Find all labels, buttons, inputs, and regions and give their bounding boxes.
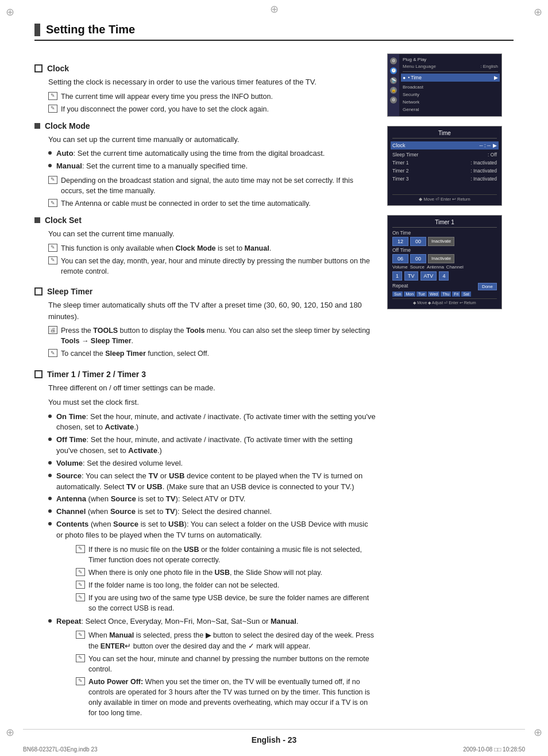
screen3-src-label: Source (410, 264, 424, 270)
screen3-params-labels: Volume Source Antenna Channel (392, 264, 497, 270)
bullet-auto-bold: Auto (56, 149, 74, 158)
clock-mode-heading-text: Clock Mode (45, 121, 90, 131)
volume-bold: Volume (56, 459, 83, 467)
bullet-off-time-text: Off Time: Set the hour, minute, and acti… (56, 435, 376, 456)
screen2-clock-value-wrap: -- : -- ▶ (480, 143, 497, 148)
plug-play-row: Plug & Play (403, 57, 498, 62)
usb-note-bold: USB (184, 546, 199, 554)
icon-security: 🔒 (390, 87, 397, 94)
bullet-contents-text: Contents (when Source is set to USB): Yo… (56, 519, 376, 541)
screen2-clock-arrow: ▶ (493, 143, 497, 148)
note-icon-11: ✎ (76, 581, 85, 589)
footer-text: English - 23 (252, 735, 297, 745)
source-bold: Source (56, 471, 82, 480)
page-title: Setting the Time (46, 23, 135, 36)
screen3-repeat-row: Repeat Done (392, 283, 497, 290)
bullet-auto: Auto: Set the current time automatically… (48, 148, 376, 159)
network-row: Network (403, 98, 498, 106)
antenna-bold: Antenna (56, 494, 86, 503)
repeat-note3: ✎ Auto Power Off: When you set the timer… (76, 677, 376, 719)
screen2-clock-value: -- : -- (480, 143, 491, 148)
bullet-source-text: Source: You can select the TV or USB dev… (56, 471, 376, 493)
manual-bold-repeat: Manual (271, 617, 296, 625)
screen2-timer1-label: Timer 1 (392, 160, 409, 166)
general-row: General (403, 106, 498, 113)
timers-heading: Timer 1 / Timer 2 / Timer 3 (34, 370, 376, 379)
bullet-contents: Contents (when Source is set to USB): Yo… (48, 519, 376, 541)
bullet-repeat-text: Repeat: Select Once, Everyday, Mon~Fri, … (56, 616, 376, 627)
clock-heading: Clock (34, 64, 376, 73)
sleep-timer-checkbox-icon (34, 287, 43, 296)
screen3-day-thu: Thu (441, 291, 451, 297)
bullet-dot-repeat (48, 619, 52, 623)
screen2-timer3-label: Timer 3 (392, 176, 409, 182)
screen1-menu: Plug & Play Menu Language : English ● • … (399, 54, 501, 116)
tv-bold-3: TV (166, 494, 176, 503)
corner-mark-tl: ⊕ (6, 6, 14, 18)
section-title-accent (34, 24, 40, 36)
screen3-day-sun: Sun (392, 291, 403, 297)
clock-set-note1-pre: This function is only available when (61, 244, 175, 252)
contents-note2: ✎ When there is only one photo file in t… (76, 567, 376, 578)
contents-note1-text: If there is no music file on the USB or … (88, 544, 376, 565)
source-bold-4: Source (113, 520, 138, 528)
note-icon-1: ✎ (48, 92, 57, 100)
corner-mark-bl: ⊕ (6, 726, 14, 739)
screen3-container: Timer 1 On Time 12 00 Inactivate Off Tim… (387, 215, 514, 309)
channel-bold: Channel (56, 507, 86, 516)
screen3-day-mon: Mon (404, 291, 415, 297)
clock-note2-text: If you disconnect the power cord, you ha… (61, 104, 376, 114)
screen3-done-btn[interactable]: Done (478, 283, 497, 290)
screen3-on-time-label: On Time (392, 230, 497, 236)
repeat-note1-text: When Manual is selected, press the ▶ but… (88, 630, 376, 651)
tv-bold-2: TV (126, 482, 136, 491)
repeat-note2-text: You can set the hour, minute and channel… (88, 654, 376, 674)
screen3-day-wed: Wed (428, 291, 439, 297)
tools-menu-bold: Tools (186, 327, 204, 335)
menu-lang-row: Menu Language : English (403, 64, 498, 69)
screen2-sleep-value: : Off (488, 152, 497, 158)
sleep-timer-heading: Sleep Timer (34, 287, 376, 296)
screen2-sleep-label: Sleep Timer (392, 152, 418, 158)
screen2-sleep-row: Sleep Timer : Off (392, 151, 497, 159)
bullet-on-time-text: On Time: Set the hour, minute, and activ… (56, 412, 376, 433)
doc-bottom: BN68-02327L-03Eng.indb 23 2009-10-08 □□ … (23, 746, 525, 753)
general-label: General (403, 107, 419, 112)
section-title-bar: Setting the Time (34, 23, 514, 41)
bullet-dot-channel (48, 509, 52, 513)
bullet-volume: Volume: Set the desired volume level. (48, 458, 376, 469)
broadcast-label: Broadcast (403, 85, 423, 90)
bullet-dot-auto (48, 151, 52, 155)
screen3-ant-label: Antenna (427, 264, 444, 270)
icon-plug: ⚙ (390, 57, 397, 64)
menu-lang-label: Menu Language (403, 64, 436, 69)
bullet-dot-contents (48, 522, 52, 525)
tools-link-bold: Tools (61, 337, 79, 345)
screen3-day-tue: Tue (416, 291, 427, 297)
bullet-auto-text: Auto: Set the current time automatically… (56, 148, 376, 159)
screen1-container: ⚙ 🕐 📡 🔒 ⚙ Plug & Play Menu Language (387, 53, 514, 117)
bullet-source: Source: You can select the TV or USB dev… (48, 471, 376, 493)
repeat-note1: ✎ When Manual is selected, press the ▶ b… (76, 630, 376, 651)
icon-general: ⚙ (390, 97, 397, 103)
bullet-repeat: Repeat: Select Once, Everyday, Mon~Fri, … (48, 616, 376, 627)
clock-set-intro: You can set the current time manually. (48, 228, 376, 240)
note-icon-7: 🖨 (48, 326, 57, 334)
note-icon-10: ✎ (76, 568, 85, 576)
bullet-volume-text: Volume: Set the desired volume level. (56, 458, 376, 469)
screen3-on-val1: 12 (392, 237, 408, 246)
page-container: ⊕ ⊕ ⊕ Setting the Time Clock Setting the… (0, 0, 548, 756)
repeat-bold: Repeat (56, 617, 81, 625)
clock-mode-note2: ✎ The Antenna or cable must be connected… (48, 198, 376, 209)
clock-mode-heading: Clock Mode (34, 121, 376, 131)
contents-note3: ✎ If the folder name is too long, the fo… (76, 580, 376, 590)
bullet-antenna-text: Antenna (when Source is set to TV): Sele… (56, 494, 376, 505)
clock-note2: ✎ If you disconnect the power cord, you … (48, 104, 376, 114)
screen2-clock-row: Clock -- : -- ▶ (391, 141, 499, 149)
bullet-manual: Manual: Set the current time to a manual… (48, 161, 376, 172)
auto-power-off-bold: Auto Power Off: (88, 678, 143, 686)
clock-note1: ✎ The current time will appear every tim… (48, 91, 376, 102)
usb-bold-3: USB (168, 520, 184, 528)
screen3-off-time-boxes: 06 00 Inactivate (392, 254, 497, 263)
bullet-antenna: Antenna (when Source is set to TV): Sele… (48, 494, 376, 505)
